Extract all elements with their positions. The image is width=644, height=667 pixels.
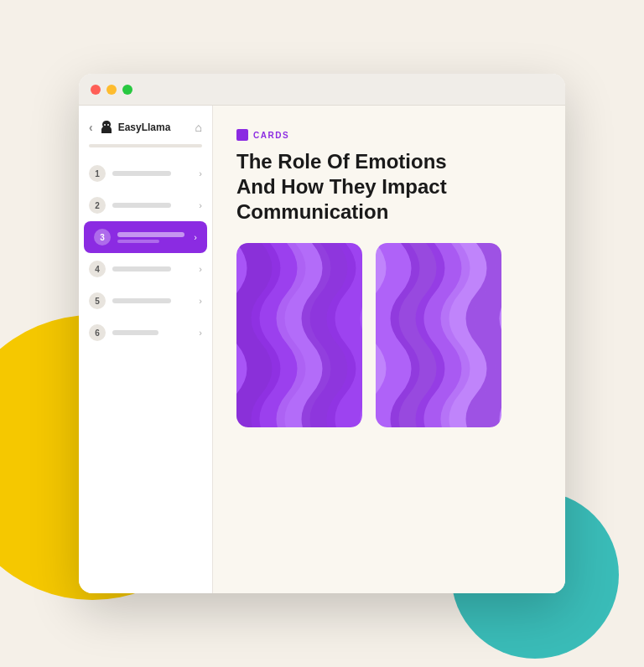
cards-icon [236, 129, 248, 141]
svg-point-1 [107, 124, 109, 126]
sidebar-item-6[interactable]: 6 › [79, 317, 212, 349]
item-label-bar-4 [112, 266, 171, 271]
item-number-1: 1 [89, 165, 106, 182]
chevron-right-6: › [199, 328, 202, 338]
sidebar-item-left-4: 4 [89, 261, 171, 277]
home-icon[interactable]: ⌂ [195, 121, 202, 134]
card-1[interactable] [236, 243, 362, 427]
item-sublabel-bar-3 [117, 240, 159, 243]
item-number-5: 5 [89, 292, 106, 309]
cards-badge: CARDS [236, 129, 542, 141]
sidebar-item-1[interactable]: 1 › [79, 158, 212, 189]
chevron-right-5: › [199, 296, 202, 306]
sidebar-item-left-1: 1 [89, 165, 171, 182]
svg-point-0 [104, 124, 106, 126]
item-label-bar-1 [112, 171, 171, 176]
item-label-bar-3 [117, 232, 184, 237]
item-number-2: 2 [89, 197, 106, 214]
sidebar-item-left-2: 2 [89, 197, 171, 214]
sidebar-item-left-6: 6 [89, 324, 158, 341]
item-label-bar-5 [112, 298, 171, 303]
browser-content: ‹ EasyLlama ⌂ 1 [79, 106, 565, 593]
item-label-bar-6 [112, 330, 158, 335]
title-line1: The Role Of Emotions [236, 150, 447, 173]
dot-yellow[interactable] [106, 85, 117, 95]
item-label-bar-2 [112, 203, 171, 208]
logo-text: EasyLlama [118, 122, 171, 133]
chevron-right-1: › [199, 168, 202, 178]
cards-grid [236, 243, 542, 577]
card-2[interactable] [376, 243, 501, 427]
item-number-4: 4 [89, 261, 106, 277]
chevron-right-2: › [199, 200, 202, 210]
card-2-art [376, 243, 501, 427]
dot-green[interactable] [122, 85, 132, 95]
dot-red[interactable] [91, 85, 101, 95]
chevron-right-4: › [199, 264, 202, 274]
sidebar-item-left-3: 3 [94, 229, 184, 246]
sidebar-item-left-5: 5 [89, 292, 171, 309]
browser-window: ‹ EasyLlama ⌂ 1 [79, 74, 565, 593]
back-button[interactable]: ‹ [89, 121, 93, 134]
title-line2: And How They Impact [236, 175, 447, 198]
title-line3: Communication [236, 200, 388, 223]
sidebar-item-2[interactable]: 2 › [79, 189, 212, 221]
sidebar-nav-left: ‹ EasyLlama [89, 119, 170, 136]
sidebar-progress-bar [89, 144, 202, 147]
sidebar: ‹ EasyLlama ⌂ 1 [79, 106, 213, 593]
chevron-right-3: › [194, 232, 197, 242]
card-1-art [236, 243, 362, 427]
main-content: CARDS The Role Of Emotions And How They … [213, 106, 565, 593]
sidebar-item-5[interactable]: 5 › [79, 285, 212, 317]
browser-titlebar [79, 74, 565, 106]
sidebar-nav: ‹ EasyLlama ⌂ [79, 114, 212, 144]
cards-label: CARDS [253, 131, 289, 140]
item-number-6: 6 [89, 324, 106, 341]
llama-icon [98, 119, 115, 136]
logo-area: EasyLlama [98, 119, 171, 136]
item-labels-3 [117, 232, 184, 243]
main-title: The Role Of Emotions And How They Impact… [236, 149, 542, 225]
sidebar-item-3[interactable]: 3 › [84, 221, 207, 253]
sidebar-item-4[interactable]: 4 › [79, 253, 212, 285]
item-number-3: 3 [94, 229, 111, 246]
